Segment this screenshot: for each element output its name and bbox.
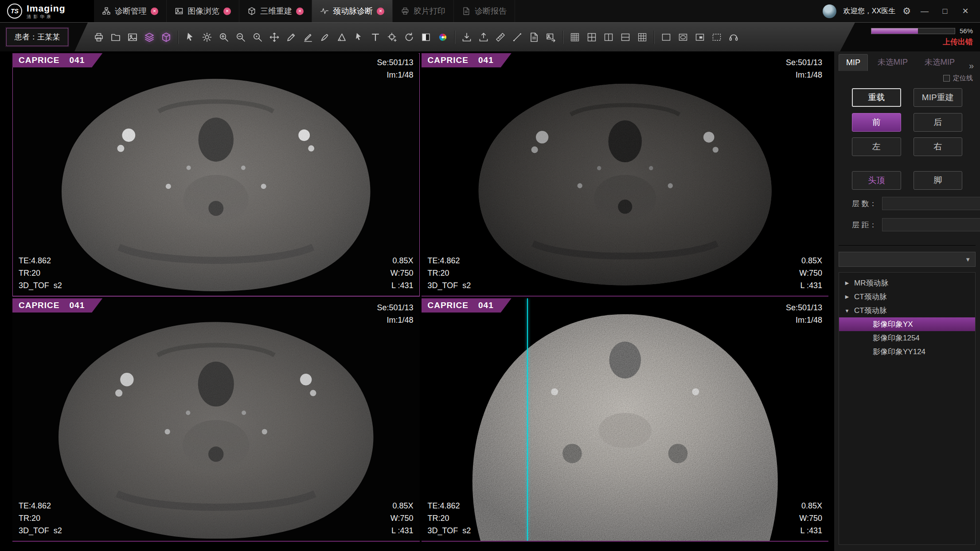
sidebar-tab-unselected-mip-1[interactable]: 未选MIP bbox=[871, 53, 915, 71]
tree-expand-icon[interactable]: ▶ bbox=[843, 280, 851, 286]
export-icon[interactable] bbox=[476, 30, 491, 45]
print-icon[interactable] bbox=[91, 30, 106, 45]
display-params: 0.85XW:750L :431 bbox=[799, 255, 822, 292]
view-foot-button[interactable]: 脚 bbox=[914, 171, 963, 190]
view-front-button[interactable]: 前 bbox=[852, 113, 901, 132]
tab-close-icon[interactable]: × bbox=[377, 8, 384, 15]
freehand-draw-icon[interactable] bbox=[284, 30, 299, 45]
layout-vsplit-icon[interactable] bbox=[601, 30, 616, 45]
tab-close-icon[interactable]: × bbox=[223, 8, 231, 15]
image-gallery-icon[interactable] bbox=[125, 30, 140, 45]
layout-hsplit-icon[interactable] bbox=[618, 30, 633, 45]
zoom-in-icon[interactable] bbox=[216, 30, 231, 45]
layout-export-icon[interactable] bbox=[692, 30, 707, 45]
tree-node-impression-1254[interactable]: 影像印象1254 bbox=[839, 331, 975, 345]
tab-icon bbox=[401, 7, 410, 16]
display-params: 0.85XW:750L :431 bbox=[390, 500, 414, 537]
view-right-button[interactable]: 右 bbox=[914, 137, 963, 156]
pointer-icon[interactable] bbox=[351, 30, 366, 45]
color-palette-icon[interactable] bbox=[435, 30, 450, 45]
upload-error-text[interactable]: 上传出错 bbox=[943, 37, 973, 47]
user-avatar[interactable] bbox=[823, 4, 836, 18]
tab-image-browse[interactable]: 图像浏览 × bbox=[167, 0, 239, 22]
import-icon[interactable] bbox=[459, 30, 474, 45]
marker-icon[interactable] bbox=[301, 30, 316, 45]
zoom-out-icon[interactable] bbox=[233, 30, 248, 45]
app-logo: TS Imaging 清影华康 bbox=[0, 0, 94, 22]
field-input[interactable] bbox=[882, 218, 980, 231]
tree-node-impression-yx[interactable]: 影像印象YX bbox=[839, 317, 975, 331]
series-dropdown[interactable]: ▼ bbox=[839, 252, 976, 267]
layout-highlight-icon[interactable] bbox=[675, 30, 691, 45]
viewport-bottom-left[interactable]: CAPRICE041 Se:501/13Im:1/48 TE:4.862TR:2… bbox=[12, 298, 420, 542]
view-back-button[interactable]: 后 bbox=[914, 113, 963, 132]
save-image-icon[interactable] bbox=[543, 30, 558, 45]
tab-3d-reconstruction[interactable]: 三维重建 × bbox=[239, 0, 312, 22]
rotate-icon[interactable] bbox=[402, 30, 417, 45]
tree-node-ct-carotid-2[interactable]: ▼ CT颈动脉 bbox=[839, 304, 975, 317]
brightness-icon[interactable] bbox=[199, 30, 215, 45]
series-banner: CAPRICE041 bbox=[12, 298, 102, 313]
viewer-area: CAPRICE041 Se:501/13Im:1/48 TE:4.862TR:2… bbox=[0, 51, 834, 551]
pen-icon[interactable] bbox=[317, 30, 332, 45]
tree-node-impression-yy124[interactable]: 影像印象YY124 bbox=[839, 345, 975, 359]
layout-dashed-icon[interactable] bbox=[709, 30, 724, 45]
viewport-top-right[interactable]: CAPRICE041 Se:501/13Im:1/48 TE:4.862TR:2… bbox=[422, 53, 829, 297]
layers-icon[interactable] bbox=[142, 30, 157, 45]
tree-node-label: MR颈动脉 bbox=[854, 278, 888, 288]
tree-node-mr-carotid[interactable]: ▶ MR颈动脉 bbox=[839, 276, 975, 290]
select-cursor-icon[interactable] bbox=[183, 30, 198, 45]
tree-node-label: 影像印象YY124 bbox=[873, 347, 925, 357]
pan-icon[interactable] bbox=[267, 30, 282, 45]
tree-expand-icon[interactable]: ▼ bbox=[843, 308, 851, 313]
report-icon[interactable] bbox=[527, 30, 542, 45]
angle-tool-icon[interactable] bbox=[334, 30, 349, 45]
invert-contrast-icon[interactable] bbox=[418, 30, 433, 45]
maximize-button[interactable]: □ bbox=[938, 7, 952, 16]
reload-button[interactable]: 重载 bbox=[852, 88, 901, 107]
main-tabs: 诊断管理 × 图像浏览 × 三维重建 × 颈动脉诊断 × 胶片打印 × 诊断报告… bbox=[94, 0, 515, 22]
tab-close-icon[interactable]: × bbox=[296, 8, 304, 15]
tab-carotid-diagnosis[interactable]: 颈动脉诊断 × bbox=[312, 0, 393, 22]
support-headset-icon[interactable] bbox=[726, 30, 741, 45]
acquisition-params: TE:4.862TR:203D_TOF s2 bbox=[19, 255, 62, 292]
magnify-region-icon[interactable] bbox=[250, 30, 265, 45]
layout-3x3-icon[interactable] bbox=[635, 30, 650, 45]
layout-4x4-icon[interactable] bbox=[567, 30, 582, 45]
localizer-line[interactable] bbox=[527, 298, 528, 541]
tab-diagnosis-management[interactable]: 诊断管理 × bbox=[94, 0, 167, 22]
tab-film-print[interactable]: 胶片打印 × bbox=[393, 0, 454, 22]
open-study-icon[interactable] bbox=[108, 30, 123, 45]
sidebar-tab-mip[interactable]: MIP bbox=[839, 54, 868, 71]
tree-expand-icon[interactable]: ▶ bbox=[843, 294, 851, 300]
mip-rebuild-button[interactable]: MIP重建 bbox=[914, 88, 963, 107]
tab-label: 胶片打印 bbox=[414, 6, 445, 16]
layout-single-icon[interactable] bbox=[659, 30, 674, 45]
settings-gear-icon[interactable]: ⚙ bbox=[902, 6, 911, 16]
line-measure-icon[interactable] bbox=[510, 30, 525, 45]
field-input[interactable] bbox=[882, 197, 980, 210]
viewport-top-left[interactable]: CAPRICE041 Se:501/13Im:1/48 TE:4.862TR:2… bbox=[12, 53, 420, 297]
crosshair-icon[interactable] bbox=[385, 30, 400, 45]
titlebar: TS Imaging 清影华康 诊断管理 × 图像浏览 × 三维重建 × 颈动脉… bbox=[0, 0, 980, 22]
cube-3d-icon[interactable] bbox=[159, 30, 174, 45]
tab-close-icon[interactable]: × bbox=[151, 8, 158, 15]
tab-diagnosis-report[interactable]: 诊断报告 × bbox=[454, 0, 515, 22]
sidebar-collapse-icon[interactable]: » bbox=[969, 61, 976, 71]
text-annotation-icon[interactable] bbox=[368, 30, 383, 45]
close-window-button[interactable]: ✕ bbox=[959, 6, 972, 16]
sidebar-tab-unselected-mip-2[interactable]: 未选MIP bbox=[918, 53, 962, 71]
toolbar: 患者：王某某 56% 上传出错 bbox=[0, 22, 980, 51]
minimize-button[interactable]: — bbox=[918, 7, 931, 16]
tab-icon bbox=[247, 7, 256, 16]
ruler-icon[interactable] bbox=[493, 30, 508, 45]
tab-label: 诊断管理 bbox=[115, 6, 147, 16]
view-head-button[interactable]: 头顶 bbox=[852, 171, 901, 190]
localizer-checkbox[interactable] bbox=[943, 75, 950, 82]
logo-icon: TS bbox=[7, 4, 22, 19]
view-left-button[interactable]: 左 bbox=[852, 137, 901, 156]
tree-node-ct-carotid-1[interactable]: ▶ CT颈动脉 bbox=[839, 290, 975, 304]
app-subtitle: 清影华康 bbox=[27, 15, 66, 19]
viewport-bottom-right[interactable]: CAPRICE041 Se:501/13Im:1/48 TE:4.862TR:2… bbox=[422, 298, 829, 542]
layout-2x2-icon[interactable] bbox=[584, 30, 599, 45]
